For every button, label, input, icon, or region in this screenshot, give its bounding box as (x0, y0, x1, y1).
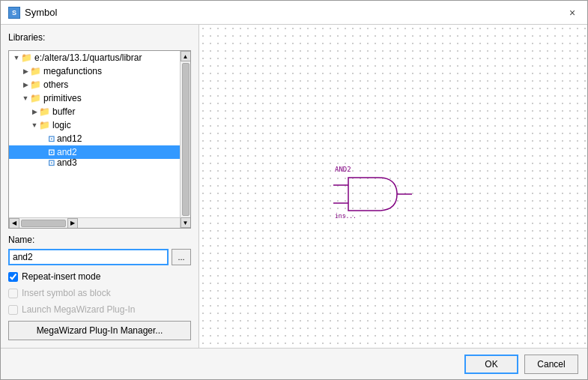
right-panel: AND2 ins... (199, 25, 587, 348)
ok-button[interactable]: OK (464, 355, 518, 374)
tree-item-root[interactable]: 📁 e:/altera/13.1/quartus/librar (9, 51, 180, 64)
scroll-thumb[interactable] (182, 63, 190, 216)
repeat-insert-checkbox[interactable] (8, 272, 18, 282)
tree-toggle-root[interactable] (12, 53, 21, 62)
tree-toggle-logic[interactable] (30, 121, 39, 130)
titlebar-left: S Symbol (8, 7, 57, 19)
tree-label-primitives: primitives (43, 93, 82, 103)
tree-item-buffer[interactable]: 📁 buffer (9, 105, 180, 118)
titlebar: S Symbol × (1, 1, 587, 25)
tree-scroll-inner: 📁 e:/altera/13.1/quartus/librar 📁 megafu… (9, 51, 180, 201)
tree-label-buffer: buffer (52, 106, 75, 117)
tree-toggle-others[interactable] (21, 80, 30, 89)
tree-item-logic[interactable]: 📁 logic (9, 118, 180, 132)
megawizard-launch-checkbox[interactable] (8, 305, 18, 315)
hscroll-left-arrow[interactable]: ◀ (9, 218, 19, 229)
hscroll-right-arrow[interactable]: ▶ (67, 218, 78, 229)
name-input-row: ... (8, 249, 191, 265)
and2-gate-svg: AND2 ins... (333, 164, 423, 224)
gate-label-text: AND2 (335, 166, 351, 173)
gate-symbol: AND2 ins... (333, 164, 423, 226)
dialog-body: Libraries: 📁 e:/altera/13.1/quartus/libr… (1, 25, 587, 348)
tree-toggle-primitives[interactable] (21, 94, 30, 103)
tree-label-root: e:/altera/13.1/quartus/librar (34, 52, 142, 63)
tree-item-megafunctions[interactable]: 📁 megafunctions (9, 64, 180, 78)
dialog-footer: OK Cancel (1, 348, 587, 379)
insert-block-row: Insert symbol as block (8, 288, 191, 298)
dialog-icon: S (8, 7, 20, 19)
dialog-title: Symbol (25, 7, 57, 18)
tree-label-and3: and3 (57, 159, 77, 166)
repeat-insert-row: Repeat-insert mode (8, 271, 191, 282)
megawizard-manager-button[interactable]: MegaWizard Plug-In Manager... (8, 321, 191, 340)
hscroll-thumb[interactable] (21, 220, 66, 227)
symbol-dialog: S Symbol × Libraries: 📁 e:/altera/13.1/q… (0, 0, 588, 380)
megawizard-launch-row: Launch MegaWizard Plug-In (8, 304, 191, 315)
close-button[interactable]: × (565, 5, 580, 20)
symbol-icon-and3: ⊡ (48, 159, 55, 166)
tree-hscrollbar[interactable]: ◀ ▶ (9, 217, 180, 228)
tree-label-megafunctions: megafunctions (43, 66, 102, 76)
name-input[interactable] (8, 249, 169, 265)
tree-item-primitives[interactable]: 📁 primitives (9, 91, 180, 105)
folder-icon-primitives: 📁 (30, 93, 41, 103)
tree-label-others: others (43, 79, 68, 90)
tree-container[interactable]: 📁 e:/altera/13.1/quartus/librar 📁 megafu… (8, 50, 191, 229)
insert-block-label: Insert symbol as block (22, 288, 111, 298)
megawizard-launch-label: Launch MegaWizard Plug-In (22, 304, 135, 315)
browse-button[interactable]: ... (172, 249, 191, 265)
tree-label-logic: logic (52, 120, 71, 130)
scroll-up-arrow[interactable]: ▲ (181, 51, 191, 61)
cancel-button[interactable]: Cancel (524, 355, 578, 374)
scroll-down-arrow[interactable]: ▼ (181, 217, 191, 228)
tree-item-others[interactable]: 📁 others (9, 78, 180, 91)
insert-block-checkbox[interactable] (8, 289, 18, 298)
name-section: Name: ... (8, 235, 191, 265)
folder-icon-root: 📁 (21, 52, 32, 63)
tree-item-and2[interactable]: ⊡ and2 (9, 145, 180, 159)
folder-icon-buffer: 📁 (39, 106, 50, 117)
tree-toggle-megafunctions[interactable] (21, 67, 30, 76)
symbol-icon-and2: ⊡ (48, 148, 55, 157)
symbol-icon-and12: ⊡ (48, 134, 55, 144)
tree-label-and2: and2 (57, 147, 77, 157)
tree-vscrollbar[interactable]: ▲ ▼ (180, 51, 190, 228)
folder-icon-megafunctions: 📁 (30, 66, 41, 76)
repeat-insert-label[interactable]: Repeat-insert mode (22, 271, 100, 282)
left-panel: Libraries: 📁 e:/altera/13.1/quartus/libr… (1, 25, 199, 348)
tree-item-and3[interactable]: ⊡ and3 (9, 159, 180, 166)
folder-icon-logic: 📁 (39, 120, 50, 130)
libraries-label: Libraries: (8, 32, 191, 43)
tree-label-and12: and12 (57, 133, 82, 144)
name-label: Name: (8, 235, 191, 245)
gate-sublabel-text: ins... (335, 213, 357, 220)
tree-item-and12[interactable]: ⊡ and12 (9, 132, 180, 145)
folder-icon-others: 📁 (30, 79, 41, 90)
tree-toggle-buffer[interactable] (30, 107, 39, 116)
